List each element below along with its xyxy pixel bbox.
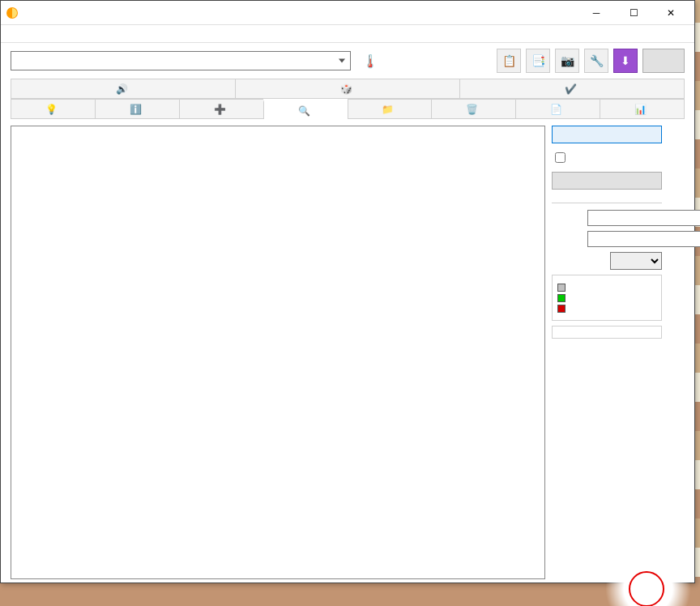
legend-block-icon (557, 284, 566, 292)
tabs-row-bottom: 💡 ℹ️ ➕ 🔍 📁 🗑️ 📄 📊 (11, 99, 685, 119)
copy-screenshot-button[interactable]: 📑 (526, 49, 550, 73)
tab-benchmark[interactable]: 💡 (11, 99, 95, 118)
bulb-icon: 💡 (45, 104, 58, 115)
monitor-icon: 📊 (634, 104, 647, 115)
tab-disk-monitor[interactable]: 📊 (600, 99, 685, 118)
legend-bad-icon (557, 305, 566, 313)
app-window: ─ ☐ ✕ 🌡️ 📋 📑 📷 🔧 ⬇ 🔊 🎲 ✔️ 💡 ℹ️ ➕ (0, 0, 695, 583)
check-icon: ✔️ (565, 83, 577, 95)
health-icon: ➕ (214, 104, 226, 115)
app-icon (6, 6, 19, 19)
tab-folder-usage[interactable]: 📁 (348, 99, 432, 118)
titlebar: ─ ☐ ✕ (1, 1, 694, 25)
info-icon: ℹ️ (130, 104, 142, 115)
legend-ok-icon (557, 294, 566, 302)
tab-info[interactable]: ℹ️ (95, 99, 179, 118)
toolbar: 🌡️ 📋 📑 📷 🔧 ⬇ (1, 43, 694, 79)
speedmap-button[interactable] (552, 172, 662, 190)
tab-aam[interactable]: 🔊 (11, 79, 235, 98)
copy-info-button[interactable]: 📋 (497, 49, 521, 73)
close-button[interactable]: ✕ (652, 1, 689, 25)
random-icon: 🎲 (340, 83, 352, 95)
search-icon: 🔍 (298, 105, 310, 117)
maximize-button[interactable]: ☐ (615, 1, 652, 25)
tab-file-benchmark[interactable]: 📄 (515, 99, 600, 118)
tab-erase[interactable]: 🗑️ (431, 99, 515, 118)
save-button[interactable]: ⬇ (613, 49, 638, 73)
tab-error-scan[interactable]: 🔍 (263, 100, 348, 119)
drive-select[interactable] (11, 51, 351, 70)
tabs-row-top: 🔊 🎲 ✔️ (11, 79, 685, 99)
tab-health[interactable]: ➕ (179, 99, 263, 118)
tab-extra-tests[interactable]: ✔️ (459, 79, 685, 98)
folder-icon: 📁 (382, 104, 394, 115)
menubar (1, 25, 694, 43)
tab-random-access[interactable]: 🎲 (235, 79, 459, 98)
trash-icon: 🗑️ (466, 104, 478, 115)
exit-button[interactable] (642, 49, 685, 73)
unit-select[interactable] (610, 252, 662, 270)
end-spinner[interactable]: ▲▼ (587, 231, 662, 247)
start-spinner[interactable]: ▲▼ (587, 210, 662, 226)
file-icon: 📄 (550, 104, 562, 115)
screenshot-button[interactable]: 📷 (555, 49, 579, 73)
speaker-icon: 🔊 (116, 83, 128, 95)
start-input[interactable] (587, 210, 700, 226)
scan-grid (11, 126, 545, 579)
quick-scan-checkbox[interactable] (552, 150, 662, 165)
side-panel: ▲▼ ▲▼ (552, 126, 662, 579)
options-button[interactable]: 🔧 (584, 49, 608, 73)
end-input[interactable] (587, 231, 700, 247)
legend-group (552, 275, 662, 321)
temperature-display: 🌡️ (362, 53, 382, 69)
stats-group (552, 326, 662, 339)
start-scan-button[interactable] (552, 126, 662, 143)
thermometer-icon: 🌡️ (362, 53, 378, 69)
minimize-button[interactable]: ─ (578, 1, 615, 25)
